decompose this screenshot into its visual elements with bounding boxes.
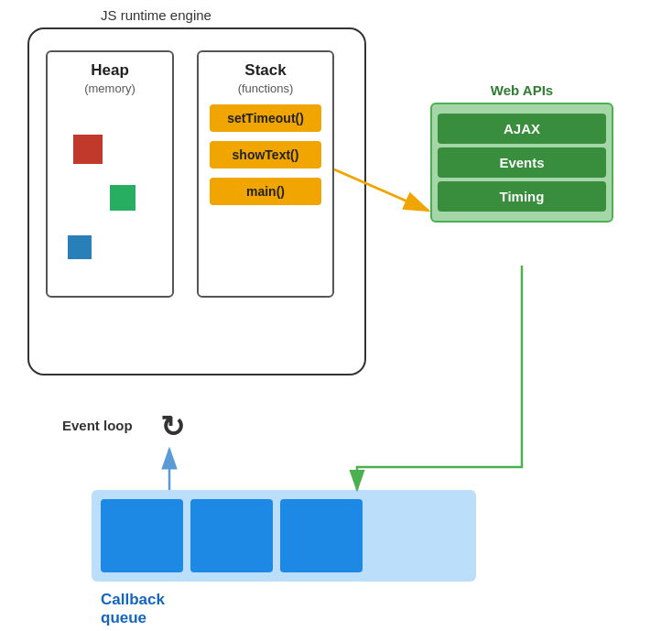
heap-title: Heap	[48, 52, 172, 80]
webapi-container: Web APIs AJAX Events Timing	[430, 82, 613, 223]
diagram: JS runtime engine Heap (memory) Stack (f…	[0, 0, 672, 631]
heap-box: Heap (memory)	[46, 50, 174, 298]
callback-cell-3	[280, 499, 363, 572]
heap-subtitle: (memory)	[48, 82, 172, 95]
webapi-events: Events	[438, 147, 606, 178]
callback-label: Callback	[101, 591, 165, 609]
webapi-box: AJAX Events Timing	[430, 103, 613, 223]
webapi-timing: Timing	[438, 181, 606, 212]
queue-label: queue	[101, 609, 146, 627]
heap-square-green	[110, 185, 135, 211]
webapi-ajax: AJAX	[438, 114, 606, 144]
stack-item-0: setTimeout()	[210, 104, 321, 132]
runtime-label: JS runtime engine	[101, 7, 211, 23]
callback-queue-box	[92, 490, 476, 582]
stack-item-2: main()	[210, 178, 321, 205]
callback-cell-1	[101, 499, 183, 572]
event-loop-icon: ↻	[160, 409, 185, 444]
stack-item-1: showText()	[210, 141, 321, 169]
callback-queue-container	[92, 490, 476, 582]
callback-cell-2	[190, 499, 273, 572]
stack-box: Stack (functions) setTimeout() showText(…	[197, 50, 334, 298]
heap-square-blue	[68, 235, 92, 259]
stack-subtitle: (functions)	[199, 82, 332, 95]
event-loop-label: Event loop	[62, 418, 133, 433]
stack-title: Stack	[199, 52, 332, 80]
heap-square-red	[73, 135, 103, 164]
webapi-label: Web APIs	[430, 82, 613, 98]
